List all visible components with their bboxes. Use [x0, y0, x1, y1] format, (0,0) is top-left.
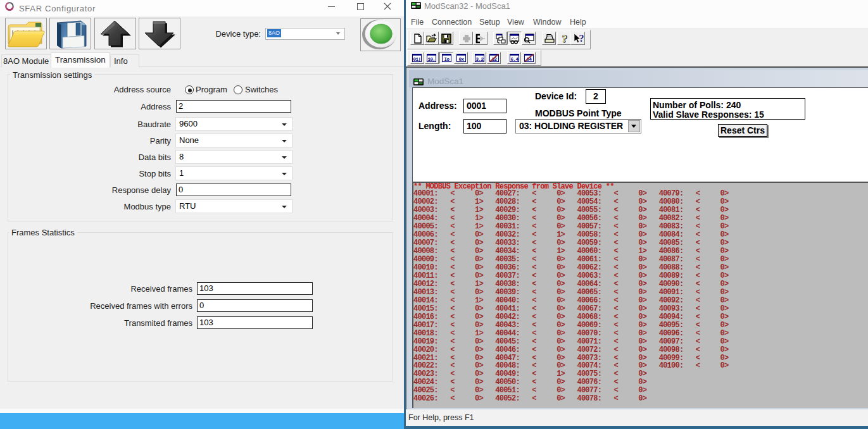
svg-text:01|: 01|	[413, 57, 421, 62]
svg-text:?: ?	[562, 34, 567, 44]
svg-text:6.4: 6.4	[510, 57, 519, 62]
svg-text:0x: 0x	[458, 57, 464, 62]
svg-text:3.2: 3.2	[475, 57, 484, 62]
svg-text:10,: 10,	[428, 57, 436, 62]
svg-text:Io: Io	[444, 57, 450, 62]
